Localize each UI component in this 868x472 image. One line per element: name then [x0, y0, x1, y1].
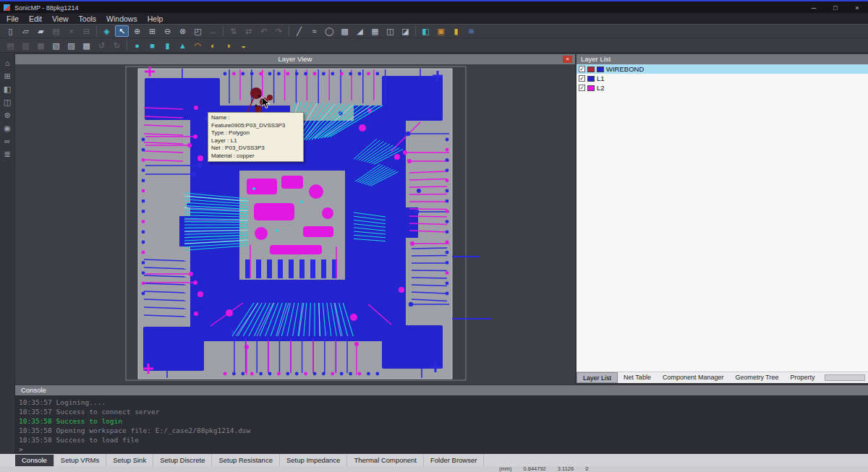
- module-box-icon[interactable]: ▣: [434, 25, 448, 37]
- toolbar-divider: [223, 26, 224, 36]
- half-circle-right-icon[interactable]: ◑: [221, 40, 235, 51]
- curve-tool-icon[interactable]: ≈: [307, 25, 321, 37]
- select-tool-icon[interactable]: ↖: [115, 25, 129, 37]
- copy-view-icon[interactable]: ◫: [383, 25, 397, 37]
- page-icon-3[interactable]: ▦: [34, 40, 48, 51]
- cone-icon[interactable]: ▲: [176, 40, 190, 51]
- tooltip-name-line: Name : Feature0905:P03_DVSS3P3: [211, 114, 300, 129]
- menu-file[interactable]: File: [1, 14, 24, 23]
- save-icon[interactable]: ▤: [49, 25, 63, 37]
- minimize-button[interactable]: ─: [803, 3, 825, 14]
- tab-setup-sink[interactable]: Setup Sink: [106, 455, 153, 466]
- package-icon[interactable]: ◧: [0, 82, 14, 95]
- cut-icon[interactable]: ×: [64, 25, 78, 37]
- list-icon[interactable]: ≣: [0, 147, 14, 160]
- layer-row-l2[interactable]: ✓ L2: [576, 83, 868, 93]
- page-icon-4[interactable]: ▧: [49, 40, 63, 51]
- layer-row-wirebond[interactable]: ✓ WIREBOND: [576, 64, 868, 74]
- slope-tool-icon[interactable]: ◢: [353, 25, 367, 37]
- menu-help[interactable]: Help: [142, 14, 169, 23]
- page-icon-6[interactable]: ▩: [80, 40, 93, 51]
- tab-geometry-tree[interactable]: Geometry Tree: [729, 372, 784, 383]
- half-circle-left-icon[interactable]: ◐: [206, 40, 220, 51]
- circle-tool-icon[interactable]: ◯: [323, 25, 336, 37]
- tab-thermal-component[interactable]: Thermal Component: [347, 455, 424, 466]
- layer-view-close-icon[interactable]: ×: [563, 56, 572, 63]
- layer-list-titlebar[interactable]: Layer List: [576, 54, 868, 64]
- flip-horizontal-icon[interactable]: ⇄: [242, 25, 255, 37]
- title-bar[interactable]: SonicMP - 88pkg1214 ─ □ ×: [0, 0, 868, 13]
- tab-setup-discrete[interactable]: Setup Discrete: [153, 455, 212, 466]
- tab-property[interactable]: Property: [784, 372, 820, 383]
- tooltip-material-line: Material : copper: [211, 153, 300, 160]
- tab-console[interactable]: Console: [15, 455, 54, 466]
- layer-view-canvas[interactable]: Name : Feature0905:P03_DVSS3P3 Type : Po…: [15, 64, 575, 385]
- redo-icon[interactable]: ↷: [272, 25, 286, 37]
- component-box-icon[interactable]: ◧: [419, 25, 433, 37]
- layer-visibility-checkbox[interactable]: ✓: [579, 75, 585, 82]
- arc-icon[interactable]: ◠: [191, 40, 205, 51]
- layer-color-swatch: [587, 76, 595, 82]
- layer-list-title: Layer List: [581, 55, 610, 63]
- tab-folder-browser[interactable]: Folder Browser: [424, 455, 484, 466]
- tab-setup-vrms[interactable]: Setup VRMs: [54, 455, 106, 466]
- tab-setup-impedance[interactable]: Setup Impedance: [280, 455, 347, 466]
- table-tool-icon[interactable]: ▦: [368, 25, 382, 37]
- layer-name: L1: [597, 74, 605, 82]
- open-project-icon[interactable]: ▰: [34, 25, 48, 37]
- tab-layer-list[interactable]: Layer List: [576, 372, 618, 383]
- home-icon[interactable]: ⌂: [0, 56, 14, 69]
- menu-edit[interactable]: Edit: [24, 14, 47, 23]
- zoom-extent-icon[interactable]: ⊗: [176, 25, 190, 37]
- panels-icon[interactable]: ⊞: [0, 69, 14, 82]
- tab-component-manager[interactable]: Component Manager: [657, 372, 730, 383]
- toolbar-divider: [289, 26, 289, 36]
- close-button[interactable]: ×: [846, 3, 868, 14]
- layer-view-titlebar[interactable]: Layer View ×: [15, 54, 575, 64]
- page-icon-1[interactable]: ▤: [4, 40, 17, 51]
- tab-strip-scrollbar[interactable]: [825, 374, 865, 381]
- delete-icon[interactable]: ⊟: [80, 25, 93, 37]
- zoom-window-icon[interactable]: ⊞: [145, 25, 159, 37]
- layer-stack-icon[interactable]: ≋: [464, 25, 478, 37]
- undo-icon[interactable]: ↶: [257, 25, 271, 37]
- fit-view-icon[interactable]: ◰: [191, 25, 205, 37]
- rotate-right-icon[interactable]: ↻: [110, 40, 124, 51]
- layer-list: ✓ WIREBOND ✓ L1 ✓ L2: [576, 64, 868, 372]
- page-icon-5[interactable]: ▨: [64, 40, 78, 51]
- console-titlebar[interactable]: Console: [15, 385, 868, 395]
- link-icon[interactable]: ∞: [0, 134, 14, 147]
- cube-icon[interactable]: ■: [145, 40, 159, 51]
- line-tool-icon[interactable]: ╱: [292, 25, 306, 37]
- open-file-icon[interactable]: ▱: [19, 25, 33, 37]
- tab-net-table[interactable]: Net Table: [618, 372, 657, 383]
- component-icon[interactable]: ◫: [0, 95, 14, 108]
- zoom-in-icon[interactable]: ⊕: [130, 25, 144, 37]
- sphere-icon[interactable]: ●: [130, 40, 144, 51]
- layer-visibility-checkbox[interactable]: ✓: [579, 66, 585, 72]
- half-circle-bottom-icon[interactable]: ◒: [237, 40, 250, 51]
- settings-icon[interactable]: ⊛: [0, 108, 14, 121]
- rotate-left-icon[interactable]: ↺: [95, 40, 109, 51]
- pan-view-icon[interactable]: ↔: [206, 25, 220, 37]
- maximize-button[interactable]: □: [825, 3, 846, 14]
- menu-tools[interactable]: Tools: [74, 14, 102, 23]
- stack-view-icon[interactable]: ◪: [399, 25, 412, 37]
- new-file-icon[interactable]: ▯: [4, 25, 17, 37]
- zoom-out-icon[interactable]: ⊖: [161, 25, 174, 37]
- console-prompt[interactable]: >: [19, 445, 868, 454]
- layer-visibility-checkbox[interactable]: ✓: [579, 85, 585, 91]
- tab-setup-resistance[interactable]: Setup Resistance: [212, 455, 279, 466]
- layer-row-l1[interactable]: ✓ L1: [576, 74, 868, 83]
- console-output[interactable]: 10:35:57 Logining.... 10:35:57 Success t…: [15, 395, 868, 454]
- menu-view[interactable]: View: [47, 14, 74, 23]
- flip-vertical-icon[interactable]: ⇅: [226, 25, 240, 37]
- menu-windows[interactable]: Windows: [101, 14, 142, 23]
- network-icon[interactable]: ◉: [0, 121, 14, 134]
- highlight-tool-icon[interactable]: ◈: [100, 25, 114, 37]
- hatch-tool-icon[interactable]: ▩: [338, 25, 352, 37]
- menu-bar: File Edit View Tools Windows Help: [0, 13, 868, 24]
- page-icon-2[interactable]: ▥: [19, 40, 33, 51]
- battery-icon[interactable]: ▮: [449, 25, 463, 37]
- cylinder-icon[interactable]: ▮: [161, 40, 174, 51]
